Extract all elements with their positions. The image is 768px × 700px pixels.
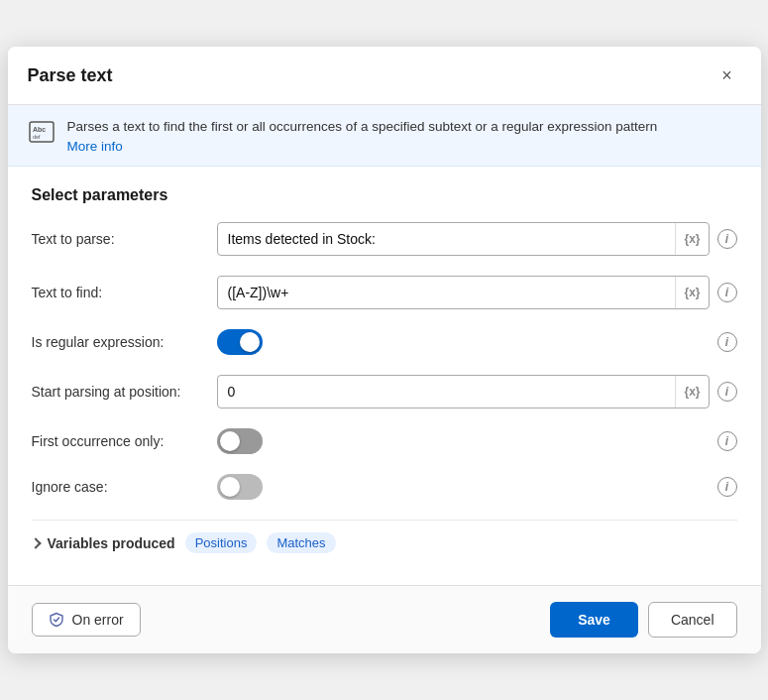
variables-produced-expand[interactable]: Variables produced [32, 535, 175, 551]
text-to-find-input-wrapper: {x} [217, 276, 710, 309]
parse-text-dialog: Parse text × Abc def Parses a text to fi… [8, 47, 761, 653]
section-title: Select parameters [32, 186, 737, 204]
svg-text:def: def [33, 134, 41, 140]
info-banner: Abc def Parses a text to find the first … [8, 105, 761, 167]
is-regular-expression-info-icon[interactable]: i [717, 332, 737, 352]
start-parsing-label: Start parsing at position: [32, 384, 205, 400]
shield-icon [49, 612, 64, 628]
ignore-case-label: Ignore case: [32, 479, 205, 495]
svg-text:Abc: Abc [33, 126, 46, 133]
chevron-right-icon [30, 537, 41, 548]
first-occurrence-label: First occurrence only: [32, 433, 205, 449]
footer: On error Save Cancel [8, 585, 761, 653]
close-button[interactable]: × [713, 62, 741, 90]
start-parsing-input-wrapper: {x} [217, 375, 710, 408]
first-occurrence-info-icon[interactable]: i [717, 431, 737, 451]
start-parsing-row: Start parsing at position: {x} i [32, 375, 737, 408]
footer-right: Save Cancel [550, 602, 736, 638]
text-to-parse-input-area: {x} i [217, 222, 737, 256]
banner-description: Parses a text to find the first or all o… [67, 119, 658, 134]
first-occurrence-row: First occurrence only: i [32, 428, 737, 454]
text-to-parse-input-wrapper: {x} [217, 222, 710, 256]
start-parsing-input[interactable] [228, 384, 676, 400]
on-error-label: On error [72, 612, 124, 628]
ignore-case-toggle[interactable] [217, 474, 263, 500]
text-to-find-label: Text to find: [32, 285, 205, 300]
text-to-find-info-icon[interactable]: i [717, 283, 737, 302]
text-to-find-input-area: {x} i [217, 276, 737, 309]
positions-badge[interactable]: Positions [185, 532, 258, 553]
start-parsing-info-icon[interactable]: i [717, 382, 737, 402]
more-info-link[interactable]: More info [67, 139, 658, 154]
is-regular-expression-label: Is regular expression: [32, 334, 205, 350]
text-to-parse-var-label[interactable]: {x} [675, 223, 708, 255]
on-error-button[interactable]: On error [32, 603, 141, 637]
banner-text-area: Parses a text to find the first or all o… [67, 117, 658, 154]
matches-badge[interactable]: Matches [267, 532, 335, 553]
title-bar: Parse text × [8, 47, 761, 105]
ignore-case-info-icon[interactable]: i [717, 477, 737, 497]
content-area: Select parameters Text to parse: {x} i T… [8, 167, 761, 585]
is-regular-expression-toggle[interactable] [217, 329, 263, 355]
text-to-parse-info-icon[interactable]: i [717, 229, 737, 249]
is-regular-expression-input-area: i [217, 329, 737, 355]
text-to-parse-label: Text to parse: [32, 231, 205, 247]
start-parsing-input-area: {x} i [217, 375, 737, 408]
ignore-case-input-area: i [217, 474, 737, 500]
text-block-icon: Abc def [28, 118, 55, 152]
text-to-find-row: Text to find: {x} i [32, 276, 737, 309]
text-to-find-input[interactable] [228, 285, 676, 300]
ignore-case-row: Ignore case: i [32, 474, 737, 500]
first-occurrence-toggle[interactable] [217, 428, 263, 454]
cancel-button[interactable]: Cancel [648, 602, 737, 638]
save-button[interactable]: Save [550, 602, 638, 638]
is-regular-expression-row: Is regular expression: i [32, 329, 737, 355]
text-to-find-var-label[interactable]: {x} [675, 277, 708, 308]
variables-produced-section: Variables produced Positions Matches [32, 520, 737, 565]
first-occurrence-input-area: i [217, 428, 737, 454]
dialog-title: Parse text [28, 65, 113, 86]
variables-produced-label: Variables produced [48, 535, 175, 551]
text-to-parse-input[interactable] [228, 231, 676, 247]
text-to-parse-row: Text to parse: {x} i [32, 222, 737, 256]
start-parsing-var-label[interactable]: {x} [675, 376, 708, 408]
